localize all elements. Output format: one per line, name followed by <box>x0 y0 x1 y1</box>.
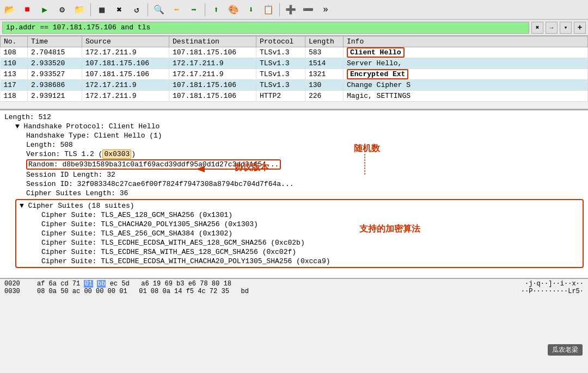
search-icon[interactable]: 🔍 <box>151 2 167 17</box>
cell-info: Encrypted Ext <box>344 69 588 80</box>
cipher-suites-box: ▼ Cipher Suites (18 suites) Cipher Suite… <box>15 199 584 268</box>
cell-no: 117 <box>1 80 28 91</box>
cell-len: 1514 <box>305 58 344 69</box>
open-icon[interactable]: 📂 <box>2 2 17 17</box>
table-row[interactable]: 117 2.938686 172.17.211.9 107.181.175.10… <box>1 80 588 91</box>
hex-pane: 0020 af 6a cd 71 01 bb ec 5d a6 19 69 b3… <box>0 278 588 313</box>
cell-source: 107.181.175.106 <box>82 58 169 69</box>
filter-dropdown-btn[interactable]: ▾ <box>560 22 572 34</box>
cell-proto: HTTP2 <box>256 91 305 102</box>
cell-no: 110 <box>1 58 28 69</box>
cell-no: 118 <box>1 91 28 102</box>
zoom-out-icon[interactable]: ➖ <box>301 2 316 17</box>
detail-pane: Length: 512 ▼ Handshake Protocol: Client… <box>0 109 588 278</box>
cipher-suite-item: Cipher Suite: TLS_ECDHE_ECDSA_WITH_AES_1… <box>20 238 579 247</box>
cipher-suite-item: Cipher Suite: TLS_CHACHA20_POLY1305_SHA2… <box>20 220 579 229</box>
back-icon[interactable]: ⬅ <box>169 2 184 17</box>
detail-length: Length: 508 <box>4 140 584 150</box>
cell-time: 2.933520 <box>28 58 82 69</box>
hex-offset-1: 0020 <box>4 280 32 288</box>
cell-proto: TLSv1.3 <box>256 58 305 69</box>
hex-bytes-2: 08 0a 50 ac 00 00 00 01 01 08 0a 14 f5 4… <box>37 288 516 295</box>
cell-dest: 107.181.175.106 <box>169 91 256 102</box>
cell-time: 2.704815 <box>28 47 82 58</box>
detail-length-line: Length: 512 <box>4 113 584 122</box>
colorize-icon[interactable]: 🎨 <box>226 2 241 17</box>
cell-source: 107.181.175.106 <box>82 69 169 80</box>
more-icon[interactable]: » <box>318 2 333 17</box>
col-header-proto[interactable]: Protocol <box>256 36 305 47</box>
hex-row-1: 0020 af 6a cd 71 01 bb ec 5d a6 19 69 b3… <box>4 280 584 288</box>
sep1 <box>90 3 91 16</box>
hex-ascii-1: ·j·q··]··i··x·· <box>525 280 584 288</box>
cell-no: 108 <box>1 47 28 58</box>
grid-icon[interactable]: ▦ <box>94 2 109 17</box>
table-row[interactable]: 108 2.704815 172.17.211.9 107.181.175.10… <box>1 47 588 58</box>
info-cell: Change Cipher S <box>347 81 411 89</box>
checklist-icon[interactable]: 📋 <box>261 2 276 17</box>
detail-session-id-len: Session ID Length: 32 <box>4 170 584 179</box>
table-row[interactable]: 110 2.933520 107.181.175.106 172.17.211.… <box>1 58 588 69</box>
cell-source: 172.17.211.9 <box>82 91 169 102</box>
table-row[interactable]: 118 2.939121 172.17.211.9 107.181.175.10… <box>1 91 588 102</box>
detail-version: Version: TLS 1.2 (0x0303) <box>4 150 584 159</box>
cell-proto: TLSv1.3 <box>256 47 305 58</box>
detail-session-id: Session ID: 32f083348c27cae6f00f7824f794… <box>4 179 584 189</box>
annotation-cipher-algo: 支持的加密算法 <box>359 223 420 235</box>
cipher-suites-header[interactable]: ▼ Cipher Suites (18 suites) <box>20 201 579 210</box>
cell-source: 172.17.211.9 <box>82 80 169 91</box>
col-header-no[interactable]: No. <box>1 36 28 47</box>
sep2 <box>148 3 148 16</box>
annotation-protocol-version: 协议版本 <box>234 162 269 173</box>
table-row[interactable]: 113 2.933527 107.181.175.106 172.17.211.… <box>1 69 588 80</box>
toolbar: 📂 ■ ▶ ⚙ 📁 ▦ ✖ ↺ 🔍 ⬅ ➡ ⬆ 🎨 ⬇ 📋 ➕ ➖ » <box>0 0 588 20</box>
info-cell: Server Hello, <box>347 59 402 67</box>
zoom-in-icon[interactable]: ➕ <box>283 2 298 17</box>
filter-arrow-btn[interactable]: → <box>546 22 558 34</box>
cell-dest: 107.181.175.106 <box>169 47 256 58</box>
col-header-dest[interactable]: Destination <box>169 36 256 47</box>
hex-highlight-1: 01 <box>84 280 93 288</box>
col-header-source[interactable]: Source <box>82 36 169 47</box>
detail-handshake-header[interactable]: ▼ Handshake Protocol: Client Hello <box>4 122 584 131</box>
cell-info: Magic, SETTINGS <box>344 91 588 102</box>
filter-input[interactable] <box>2 22 529 34</box>
hex-ascii-2: ··P·········Lr5· <box>521 288 584 295</box>
detail-handshake-type: Handshake Type: Client Hello (1) <box>4 131 584 140</box>
delete-icon[interactable]: ✖ <box>112 2 127 17</box>
col-header-info[interactable]: Info <box>344 36 588 47</box>
folder-icon[interactable]: 📁 <box>72 2 87 17</box>
cell-time: 2.939121 <box>28 91 82 102</box>
refresh-icon[interactable]: ↺ <box>129 2 144 17</box>
cell-dest: 107.181.175.106 <box>169 80 256 91</box>
stop-icon[interactable]: ■ <box>20 2 35 17</box>
forward-icon[interactable]: ➡ <box>186 2 201 17</box>
hex-highlight-2: bb <box>97 280 106 288</box>
packet-table: No. Time Source Destination Protocol Len… <box>0 36 588 102</box>
col-header-time[interactable]: Time <box>28 36 82 47</box>
cell-no: 113 <box>1 69 28 80</box>
restart-icon[interactable]: ▶ <box>37 2 52 17</box>
sep3 <box>205 3 205 16</box>
hex-bytes-1: af 6a cd 71 01 bb ec 5d a6 19 69 b3 e6 7… <box>37 280 519 288</box>
cipher-suite-item: Cipher Suite: TLS_ECDHE_RSA_WITH_AES_128… <box>20 247 579 257</box>
cipher-suite-item: Cipher Suite: TLS_AES_128_GCM_SHA256 (0x… <box>20 210 579 220</box>
goto-icon[interactable]: ⬆ <box>209 2 224 17</box>
cell-info: Server Hello, <box>344 58 588 69</box>
add-filter-btn[interactable]: + <box>574 22 586 34</box>
col-header-len[interactable]: Length <box>305 36 344 47</box>
filter-clear-btn[interactable]: ✖ <box>531 22 543 34</box>
packet-table-wrapper: No. Time Source Destination Protocol Len… <box>0 36 588 109</box>
detail-random: Random: d8be93b1589ba31c0a1f69acd39ddf95… <box>4 159 584 170</box>
cell-len: 226 <box>305 91 344 102</box>
download-icon[interactable]: ⬇ <box>243 2 259 17</box>
cell-proto: TLSv1.3 <box>256 80 305 91</box>
cell-source: 172.17.211.9 <box>82 47 169 58</box>
settings-icon[interactable]: ⚙ <box>54 2 70 17</box>
cell-time: 2.938686 <box>28 80 82 91</box>
annotation-random-number: 随机数 <box>354 143 380 154</box>
cell-proto: TLSv1.3 <box>256 69 305 80</box>
cell-len: 583 <box>305 47 344 58</box>
cell-time: 2.933527 <box>28 69 82 80</box>
cipher-suite-item: Cipher Suite: TLS_AES_256_GCM_SHA384 (0x… <box>20 229 579 238</box>
